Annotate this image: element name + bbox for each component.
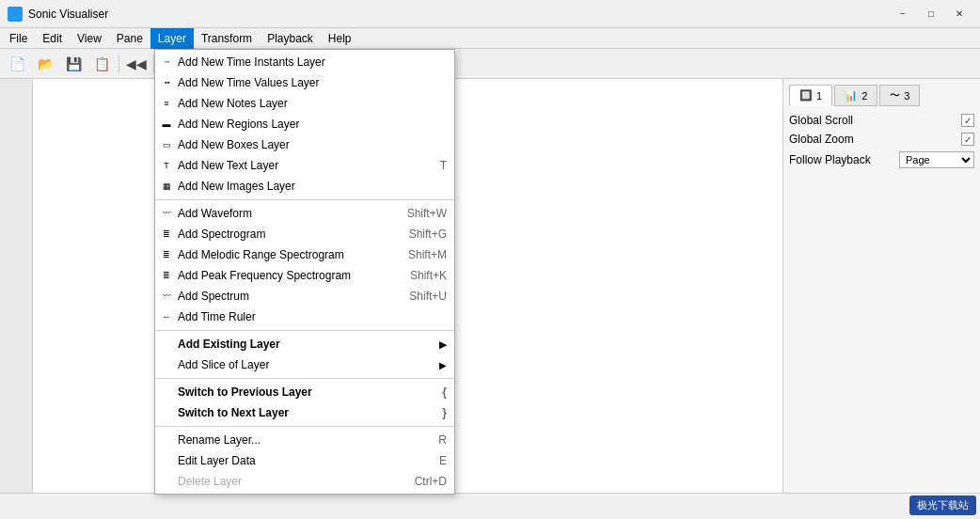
add-boxes[interactable]: ▭ Add New Boxes Layer: [155, 134, 454, 155]
text-shortcut: T: [440, 159, 447, 172]
tab2-icon: 📊: [845, 89, 858, 102]
status-bar: 极光下载站: [0, 493, 980, 519]
images-icon: ▦: [159, 179, 174, 194]
rename-layer[interactable]: Rename Layer... R: [155, 430, 454, 450]
add-spectrum[interactable]: 〰 Add Spectrum Shift+U: [155, 286, 454, 307]
title-bar: Sonic Visualiser − □ ✕: [0, 0, 980, 28]
sep4: [155, 426, 454, 427]
follow-playback-row: Follow Playback Page Scroll Ignore: [789, 151, 974, 168]
melodic-shortcut: Shift+M: [408, 248, 447, 261]
switch-prev-layer[interactable]: Switch to Previous Layer {: [155, 382, 454, 402]
time-values-icon: ╍: [159, 75, 174, 90]
menu-playback[interactable]: Playback: [260, 28, 321, 49]
save-button[interactable]: 💾: [60, 52, 87, 76]
add-time-values[interactable]: ╍ Add New Time Values Layer: [155, 72, 454, 93]
global-scroll-row: Global Scroll ✓: [789, 114, 974, 127]
add-waveform[interactable]: 〰 Add Waveform Shift+W: [155, 203, 454, 224]
switch-next-layer[interactable]: Switch to Next Layer }: [155, 402, 454, 423]
waveform-icon: 〰: [159, 206, 174, 221]
menu-pane[interactable]: Pane: [109, 28, 150, 49]
sep1: [155, 199, 454, 200]
notes-icon: ≡: [159, 96, 174, 111]
follow-playback-label: Follow Playback: [789, 153, 899, 166]
peak-shortcut: Shift+K: [410, 269, 447, 282]
add-time-ruler[interactable]: ↔ Add Time Ruler: [155, 307, 454, 327]
ruler-icon: ↔: [159, 309, 174, 324]
text-icon: T: [159, 158, 174, 173]
global-zoom-row: Global Zoom ✓: [789, 133, 974, 146]
global-scroll-checkbox[interactable]: ✓: [961, 114, 974, 127]
main-area: 🔲 1 📊 2 〜 3 Global Scroll ✓ Global Zoom …: [0, 79, 980, 493]
next-layer-shortcut: }: [442, 406, 447, 419]
delete-shortcut: Ctrl+D: [415, 475, 447, 488]
slice-arrow: ▶: [439, 360, 447, 370]
menu-transform[interactable]: Transform: [194, 28, 260, 49]
menu-file[interactable]: File: [2, 28, 35, 49]
menu-bar: File Edit View Pane Layer Transform Play…: [0, 28, 980, 49]
tab1-icon: 🔲: [799, 89, 813, 102]
follow-playback-select[interactable]: Page Scroll Ignore: [899, 151, 974, 168]
minimize-button[interactable]: −: [890, 5, 916, 24]
sep3: [155, 378, 454, 379]
panel-tab-2[interactable]: 📊 2: [834, 85, 877, 106]
spectrum-shortcut: Shift+U: [409, 290, 447, 303]
rename-shortcut: R: [438, 433, 447, 447]
open-button[interactable]: 📂: [32, 52, 58, 76]
existing-arrow: ▶: [439, 339, 447, 350]
spectrogram-shortcut: Shift+G: [409, 228, 447, 241]
add-spectrogram[interactable]: ≣ Add Spectrogram Shift+G: [155, 224, 454, 244]
toolbar: 📄 📂 💾 📋 ◀◀ ☞ ↖ ✛ ✏ ◇ ∧: [0, 49, 980, 79]
panel-tab-3[interactable]: 〜 3: [879, 85, 920, 106]
regions-icon: ▬: [159, 117, 174, 132]
layer-menu: ╌ Add New Time Instants Layer ╍ Add New …: [154, 49, 455, 495]
close-button[interactable]: ✕: [946, 5, 972, 24]
spectrum-icon: 〰: [159, 289, 174, 304]
menu-help[interactable]: Help: [321, 28, 359, 49]
spectrogram-icon: ≣: [159, 227, 174, 242]
watermark: 极光下载站: [909, 495, 976, 515]
export-button[interactable]: 📋: [88, 52, 115, 76]
edit-shortcut: E: [439, 454, 447, 467]
panel-tabs: 🔲 1 📊 2 〜 3: [789, 85, 974, 106]
add-slice-layer[interactable]: Add Slice of Layer ▶: [155, 354, 454, 375]
add-text[interactable]: T Add New Text Layer T: [155, 155, 454, 176]
time-instants-icon: ╌: [159, 55, 174, 70]
left-ruler: [0, 79, 33, 493]
add-images[interactable]: ▦ Add New Images Layer: [155, 176, 454, 197]
add-existing-layer[interactable]: Add Existing Layer ▶: [155, 334, 454, 354]
delete-layer[interactable]: Delete Layer Ctrl+D: [155, 471, 454, 492]
add-melodic[interactable]: ≣ Add Melodic Range Spectrogram Shift+M: [155, 244, 454, 265]
maximize-button[interactable]: □: [918, 5, 944, 24]
title-text: Sonic Visualiser: [28, 8, 890, 21]
right-panel: 🔲 1 📊 2 〜 3 Global Scroll ✓ Global Zoom …: [782, 79, 980, 493]
melodic-icon: ≣: [159, 247, 174, 262]
tb-btn5[interactable]: ◀◀: [123, 52, 150, 76]
add-peak-freq[interactable]: ≣ Add Peak Frequency Spectrogram Shift+K: [155, 265, 454, 286]
global-zoom-checkbox[interactable]: ✓: [961, 133, 974, 146]
prev-layer-shortcut: {: [442, 385, 447, 399]
menu-layer[interactable]: Layer: [150, 28, 194, 49]
waveform-shortcut: Shift+W: [407, 207, 447, 220]
watermark-text: 极光下载站: [917, 498, 969, 512]
peak-icon: ≣: [159, 268, 174, 283]
add-regions[interactable]: ▬ Add New Regions Layer: [155, 114, 454, 134]
global-scroll-label: Global Scroll: [789, 114, 961, 127]
sep2: [155, 330, 454, 331]
edit-layer-data[interactable]: Edit Layer Data E: [155, 450, 454, 471]
add-time-instants[interactable]: ╌ Add New Time Instants Layer: [155, 52, 454, 72]
tab3-icon: 〜: [890, 88, 900, 102]
add-notes[interactable]: ≡ Add New Notes Layer: [155, 93, 454, 114]
panel-tab-1[interactable]: 🔲 1: [789, 85, 832, 106]
boxes-icon: ▭: [159, 137, 174, 152]
app-icon: [8, 7, 23, 22]
menu-edit[interactable]: Edit: [35, 28, 70, 49]
global-zoom-label: Global Zoom: [789, 133, 961, 146]
toolbar-sep1: [119, 55, 119, 73]
menu-view[interactable]: View: [70, 28, 109, 49]
window-controls: − □ ✕: [890, 5, 972, 24]
new-button[interactable]: 📄: [4, 52, 30, 76]
